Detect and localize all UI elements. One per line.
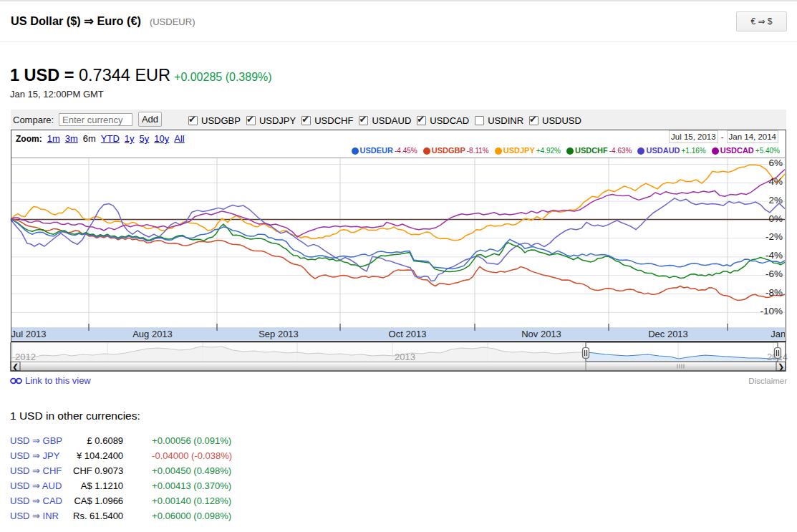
svg-text:❯: ❯	[778, 362, 784, 372]
svg-text:2013: 2013	[395, 352, 415, 362]
svg-text:❮: ❮	[12, 362, 19, 372]
svg-text:2012: 2012	[15, 352, 36, 362]
